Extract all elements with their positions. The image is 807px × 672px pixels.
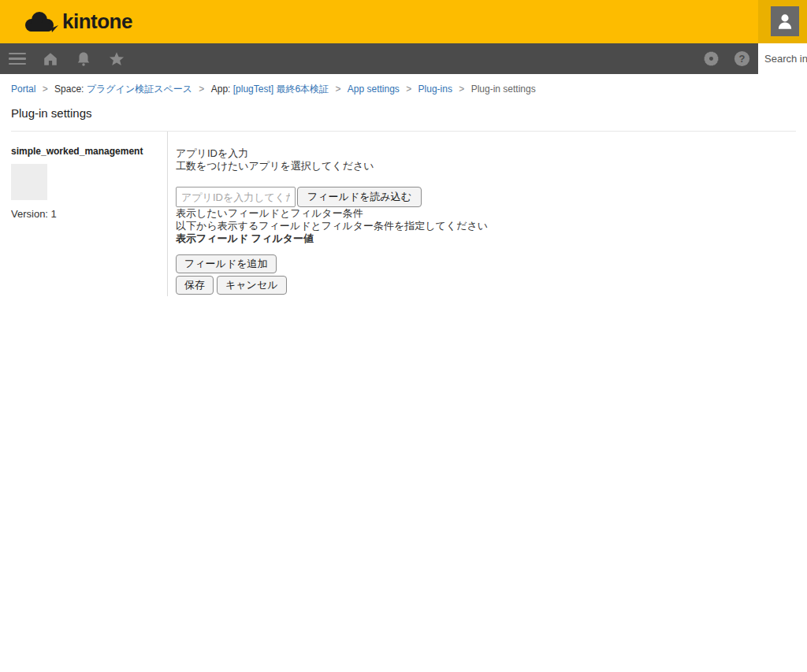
filter-section-title: 表示したいフィールドとフィルター条件 [176,207,488,220]
breadcrumb-app-link[interactable]: [plugTest] 最終6本検証 [233,84,329,95]
user-area [758,0,807,43]
fields-table-header: 表示フィールド フィルター値 [176,232,488,245]
breadcrumb-portal[interactable]: Portal [11,84,35,95]
kintone-cloud-icon [24,10,58,34]
breadcrumb-app: App: [plugTest] 最終6本検証 [211,84,329,95]
cancel-button[interactable]: キャンセル [217,276,287,295]
top-header: kintone [0,0,807,43]
home-icon[interactable] [41,50,60,69]
main-toolbar: ? Search in [0,43,807,74]
plugin-settings-form: アプリIDを入力 工数をつけたいアプリを選択してください フィールドを読み込む … [168,132,488,296]
load-fields-button[interactable]: フィールドを読み込む [297,187,422,207]
form-actions: 保存 キャンセル [176,276,488,295]
add-field-button[interactable]: フィールドを追加 [176,254,277,273]
plugin-sidebar: simple_worked_management Version: 1 [0,132,168,296]
toolbar-left [0,50,701,69]
breadcrumb-space: Space: プラグイン検証スペース [54,84,192,95]
search-input[interactable]: Search in [758,43,807,74]
avatar[interactable] [771,6,799,36]
breadcrumb-separator: > [43,84,48,95]
svg-text:?: ? [738,53,745,65]
app-id-input[interactable] [176,187,296,207]
gear-icon[interactable] [701,50,720,69]
bell-icon[interactable] [74,50,93,69]
user-avatar-icon [775,11,795,32]
breadcrumb-separator: > [335,84,340,95]
plugin-icon [11,164,47,200]
breadcrumb: Portal > Space: プラグイン検証スペース > App: [plug… [0,74,807,96]
save-button[interactable]: 保存 [176,276,214,295]
breadcrumb-current: Plug-in settings [471,84,536,95]
app-id-section-desc: 工数をつけたいアプリを選択してください [176,160,488,173]
app-id-row: フィールドを読み込む [176,187,488,207]
breadcrumb-separator: > [406,84,411,95]
plugin-version: Version: 1 [11,208,167,220]
page-title: Plug-in settings [11,106,796,120]
app-id-section-title: アプリIDを入力 [176,147,488,160]
kintone-logo-text: kintone [62,9,132,34]
breadcrumb-space-link[interactable]: プラグイン検証スペース [87,84,192,95]
toolbar-right: ? [701,50,758,69]
plugin-settings-content: simple_worked_management Version: 1 アプリI… [0,132,807,296]
hamburger-menu-icon[interactable] [8,50,27,69]
filter-section-desc: 以下から表示するフィールドとフィルター条件を指定してください [176,220,488,232]
breadcrumb-plugins[interactable]: Plug-ins [418,84,452,95]
breadcrumb-separator: > [459,84,464,95]
breadcrumb-separator: > [199,84,204,95]
plugin-name: simple_worked_management [11,146,167,157]
star-icon[interactable] [107,50,126,69]
help-icon[interactable]: ? [732,50,751,69]
breadcrumb-app-settings[interactable]: App settings [348,84,400,95]
kintone-logo[interactable]: kintone [0,0,132,43]
add-field-row: フィールドを追加 [176,254,488,273]
